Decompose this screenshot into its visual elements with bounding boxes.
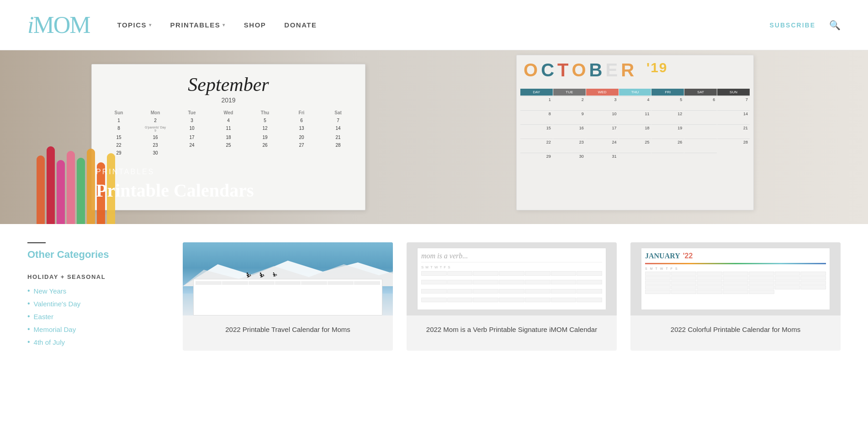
skiers-silhouette: ⛷ ⛷ ⛷: [246, 272, 278, 279]
other-categories-title: Other Categories: [27, 249, 155, 261]
calendar-year: 2019: [101, 96, 356, 104]
sidebar-holiday-list: New Years Valentine's Day Easter Memoria…: [27, 287, 155, 346]
hero-banner: September 2019 Sun Mon Tue Wed Thu Fri S…: [0, 50, 868, 224]
card-colorful-image: JANUARY '22 SMTWTFS: [630, 242, 841, 315]
colorful-cal-grid: [645, 272, 826, 294]
card-colorful-info: 2022 Colorful Printable Calendar for Mom…: [630, 315, 841, 343]
october-calendar: O C T O B E R '19 DAY TUE WED THU FRI SA…: [516, 55, 754, 210]
hero-category-label: PRINTABLES: [96, 168, 254, 176]
hero-overlay: PRINTABLES Printable Calendars: [96, 168, 254, 201]
card-signature-info: 2022 Mom is a Verb Printable Signature i…: [407, 315, 617, 343]
card-travel-info: 2022 Printable Travel Calendar for Moms: [183, 315, 393, 343]
sig-cal-title: mom is a verb...: [421, 252, 602, 262]
sidebar-divider: [27, 242, 46, 243]
subscribe-button[interactable]: SUBSCRIBE: [770, 21, 815, 29]
nav-shop[interactable]: SHOP: [244, 21, 266, 29]
sidebar-item-easter[interactable]: Easter: [27, 312, 155, 321]
october-grid: DAY TUE WED THU FRI SAT SUN 123456 78910…: [517, 85, 753, 170]
card-colorful[interactable]: JANUARY '22 SMTWTFS: [630, 242, 841, 351]
cards-grid: ⛷ ⛷ ⛷ 2022 Printable Travel Calendar for…: [183, 242, 841, 351]
nav-donate[interactable]: DONATE: [284, 21, 317, 29]
sidebar-item-memorial-day[interactable]: Memorial Day: [27, 325, 155, 333]
card-signature-title: 2022 Mom is a Verb Printable Signature i…: [416, 325, 608, 334]
colorful-cal-header: JANUARY '22: [645, 252, 826, 260]
logo[interactable]: iMOM: [27, 11, 90, 38]
main-nav: TOPICS ▾ PRINTABLES ▾ SHOP DONATE: [117, 21, 769, 29]
header-right: SUBSCRIBE 🔍: [770, 20, 841, 31]
sidebar-item-new-years[interactable]: New Years: [27, 287, 155, 295]
signature-cal-visual: mom is a verb... SMTWTFS: [417, 248, 606, 310]
calendar-month: September: [101, 74, 356, 96]
card-colorful-title: 2022 Colorful Printable Calendar for Mom…: [640, 325, 831, 334]
card-travel-title: 2022 Printable Travel Calendar for Moms: [192, 325, 384, 334]
sidebar-item-4th-july[interactable]: 4th of July: [27, 338, 155, 346]
sidebar-section-holiday: HOLIDAY + SEASONAL: [27, 273, 155, 280]
chevron-down-icon: ▾: [149, 22, 152, 27]
card-signature-image: mom is a verb... SMTWTFS: [407, 242, 617, 315]
card-travel[interactable]: ⛷ ⛷ ⛷ 2022 Printable Travel Calendar for…: [183, 242, 393, 351]
colorful-cal-visual: JANUARY '22 SMTWTFS: [641, 248, 830, 310]
sidebar: Other Categories HOLIDAY + SEASONAL New …: [27, 242, 155, 351]
card-travel-image: ⛷ ⛷ ⛷: [183, 242, 393, 315]
sidebar-item-valentines[interactable]: Valentine's Day: [27, 299, 155, 308]
travel-calendar-sheet: [193, 279, 382, 315]
nav-topics[interactable]: TOPICS ▾: [117, 21, 152, 29]
travel-cal-visual: ⛷ ⛷ ⛷: [183, 242, 393, 315]
hero-title: Printable Calendars: [96, 180, 254, 201]
search-icon[interactable]: 🔍: [829, 20, 841, 31]
chevron-down-icon: ▾: [222, 22, 226, 27]
header: iMOM TOPICS ▾ PRINTABLES ▾ SHOP DONATE S…: [0, 0, 868, 50]
main-content: Other Categories HOLIDAY + SEASONAL New …: [0, 224, 868, 369]
nav-printables[interactable]: PRINTABLES ▾: [170, 21, 226, 29]
october-header: O C T O B E R '19: [517, 55, 753, 85]
card-signature[interactable]: mom is a verb... SMTWTFS 2022 Mom is a V…: [407, 242, 617, 351]
sig-grid: [421, 271, 602, 306]
colorful-rainbow-line: [645, 263, 826, 264]
calendar-grid: Sun Mon Tue Wed Thu Fri Sat 1 2 3 4 5 6 …: [101, 109, 356, 156]
